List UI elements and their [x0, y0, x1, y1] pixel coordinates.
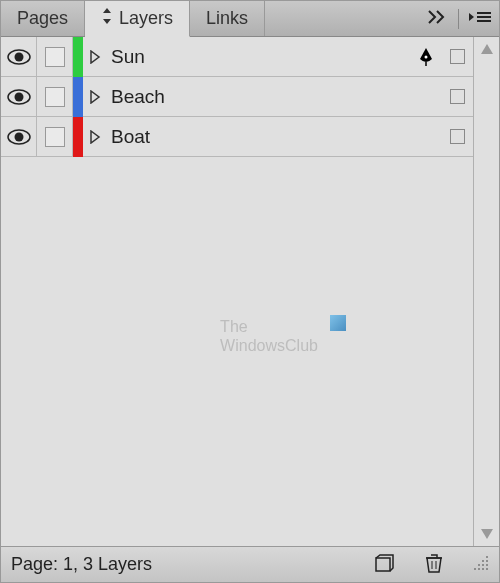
- layer-name[interactable]: Boat: [107, 126, 411, 148]
- updown-icon: [101, 8, 113, 29]
- svg-point-14: [478, 564, 480, 566]
- svg-point-19: [482, 568, 484, 570]
- divider: [458, 9, 459, 29]
- selection-box-icon: [450, 89, 465, 104]
- selection-indicator[interactable]: [441, 129, 473, 144]
- svg-point-16: [486, 564, 488, 566]
- new-layer-button[interactable]: [375, 554, 395, 576]
- selection-indicator[interactable]: [441, 49, 473, 64]
- watermark-logo-icon: [330, 315, 346, 331]
- disclosure-toggle[interactable]: [83, 50, 107, 64]
- watermark-line2: WindowsClub: [220, 336, 318, 355]
- tab-label: Pages: [17, 8, 68, 29]
- watermark: The WindowsClub: [220, 317, 318, 355]
- collapse-icon[interactable]: [428, 10, 448, 28]
- panel-menu-icon[interactable]: [469, 10, 491, 28]
- layer-row[interactable]: Sun: [1, 37, 473, 77]
- lock-toggle[interactable]: [37, 117, 73, 157]
- pen-indicator: [411, 47, 441, 67]
- lock-box-icon: [45, 47, 65, 67]
- selection-box-icon: [450, 49, 465, 64]
- eye-icon: [7, 129, 31, 145]
- eye-icon: [7, 89, 31, 105]
- svg-point-13: [486, 560, 488, 562]
- svg-rect-8: [376, 558, 390, 571]
- tab-bar: Pages Layers Links: [1, 1, 499, 37]
- visibility-toggle[interactable]: [1, 37, 37, 77]
- layer-color-strip: [73, 77, 83, 117]
- svg-point-18: [478, 568, 480, 570]
- lock-box-icon: [45, 87, 65, 107]
- layers-panel: Pages Layers Links: [0, 0, 500, 583]
- new-layer-icon: [375, 554, 395, 572]
- svg-point-5: [14, 92, 23, 101]
- layer-color-strip: [73, 37, 83, 77]
- tab-pages[interactable]: Pages: [1, 1, 85, 36]
- status-icons: [375, 553, 489, 577]
- scroll-down-icon[interactable]: [480, 528, 494, 540]
- svg-point-12: [482, 560, 484, 562]
- status-bar: Page: 1, 3 Layers: [1, 546, 499, 582]
- trash-icon: [425, 553, 443, 573]
- chevron-right-icon: [89, 90, 101, 104]
- selection-box-icon: [450, 129, 465, 144]
- visibility-toggle[interactable]: [1, 77, 37, 117]
- chevron-right-icon: [89, 130, 101, 144]
- svg-point-7: [14, 132, 23, 141]
- layer-list: Sun Beach: [1, 37, 473, 546]
- eye-icon: [7, 49, 31, 65]
- layer-name[interactable]: Beach: [107, 86, 411, 108]
- disclosure-toggle[interactable]: [83, 130, 107, 144]
- tab-layers[interactable]: Layers: [85, 1, 190, 37]
- watermark-line1: The: [220, 317, 318, 336]
- visibility-toggle[interactable]: [1, 117, 37, 157]
- svg-point-2: [425, 55, 428, 58]
- tab-links[interactable]: Links: [190, 1, 265, 36]
- tab-label: Links: [206, 8, 248, 29]
- scrollbar[interactable]: [473, 37, 499, 546]
- disclosure-toggle[interactable]: [83, 90, 107, 104]
- lock-box-icon: [45, 127, 65, 147]
- panel-content: Sun Beach: [1, 37, 499, 546]
- status-text: Page: 1, 3 Layers: [11, 554, 365, 575]
- svg-point-11: [486, 556, 488, 558]
- pen-icon: [418, 47, 434, 67]
- resize-grip-icon[interactable]: [473, 555, 489, 575]
- svg-point-20: [486, 568, 488, 570]
- layer-row[interactable]: Beach: [1, 77, 473, 117]
- delete-layer-button[interactable]: [425, 553, 443, 577]
- svg-point-17: [474, 568, 476, 570]
- layer-name[interactable]: Sun: [107, 46, 411, 68]
- tab-controls: [420, 1, 499, 36]
- layer-color-strip: [73, 117, 83, 157]
- svg-point-1: [14, 52, 23, 61]
- tab-label: Layers: [119, 8, 173, 29]
- chevron-right-icon: [89, 50, 101, 64]
- selection-indicator[interactable]: [441, 89, 473, 104]
- scroll-up-icon[interactable]: [480, 43, 494, 55]
- tab-spacer: [265, 1, 420, 36]
- lock-toggle[interactable]: [37, 37, 73, 77]
- layer-row[interactable]: Boat: [1, 117, 473, 157]
- svg-point-15: [482, 564, 484, 566]
- lock-toggle[interactable]: [37, 77, 73, 117]
